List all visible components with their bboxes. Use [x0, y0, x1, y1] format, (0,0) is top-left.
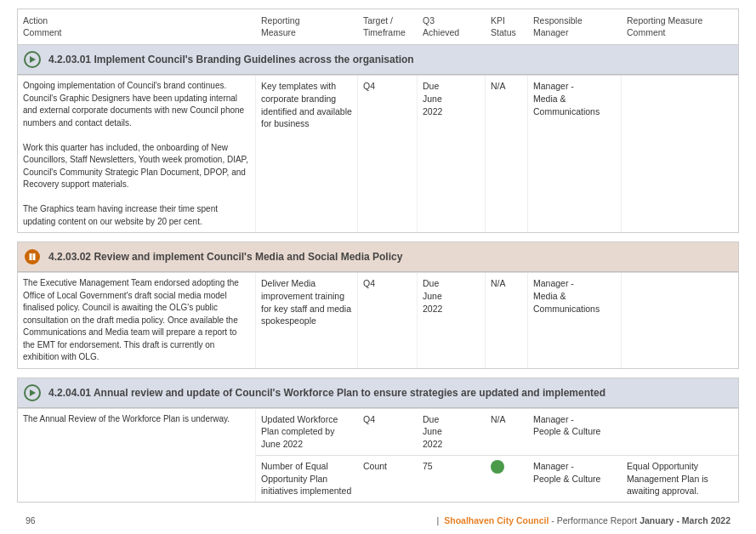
- measure-cell-1: Key templates with corporate branding id…: [256, 76, 358, 232]
- section-4-2-03-02: 4.2.03.02 Review and implement Council's…: [17, 241, 739, 369]
- sub-target-1: Q4: [358, 409, 418, 455]
- svg-rect-3: [30, 253, 32, 260]
- comment-cell-2: [622, 273, 732, 368]
- col-manager: ResponsibleManager: [528, 13, 622, 41]
- section-title-4-2-04-01: 4.2.04.01 Annual review and update of Co…: [48, 387, 733, 399]
- green-arrow-icon-2: [23, 383, 42, 402]
- section-title-4-2-03-02: 4.2.03.02 Review and implement Council's…: [48, 251, 733, 263]
- svg-point-2: [25, 249, 40, 264]
- section-4-2-04-01-content: The Annual Review of the Workforce Plan …: [18, 408, 738, 502]
- manager-cell-1: Manager -Media &Communications: [528, 76, 622, 232]
- sub-comment-1: [622, 409, 732, 455]
- page-number: 96: [26, 515, 36, 525]
- section-4-2-04-01: 4.2.04.01 Annual review and update of Co…: [17, 378, 739, 503]
- sub-achieved-1: DueJune2022: [418, 409, 486, 455]
- kpi-cell-2: N/A: [486, 273, 528, 368]
- section-header-4-2-03-02: 4.2.03.02 Review and implement Council's…: [18, 242, 738, 272]
- achieved-cell-1: DueJune2022: [418, 76, 486, 232]
- report-label: - Performance Report: [549, 515, 639, 525]
- kpi-dot-green: [491, 460, 504, 474]
- section-4-2-03-01: 4.2.03.01 Implement Council's Branding G…: [17, 44, 739, 233]
- date-range: January - March 2022: [639, 515, 730, 525]
- sub-row-2: Number of Equal Opportunity Plan initiat…: [256, 456, 738, 502]
- orange-pause-icon: [23, 247, 42, 266]
- action-cell-1: Ongoing implementation of Council's bran…: [18, 76, 256, 232]
- footer-separator: |: [437, 515, 440, 525]
- sub-achieved-2: 75: [418, 456, 486, 502]
- col-kpi: KPIStatus: [486, 13, 528, 41]
- measure-cell-2: Deliver Media improvement training for k…: [256, 273, 358, 368]
- sub-kpi-2: [486, 456, 528, 502]
- col-action: ActionComment: [18, 13, 256, 41]
- kpi-cell-1: N/A: [486, 76, 528, 232]
- section-header-4-2-03-01: 4.2.03.01 Implement Council's Branding G…: [18, 45, 738, 75]
- sub-comment-2: Equal Opportunity Management Plan is awa…: [622, 456, 732, 502]
- row-4-2-03-02-1: The Executive Management Team endorsed a…: [18, 272, 738, 368]
- sub-manager-1: Manager -People & Culture: [528, 409, 622, 455]
- action-cell-3: The Annual Review of the Workforce Plan …: [18, 409, 256, 502]
- footer-text: Shoalhaven City Council - Performance Re…: [444, 515, 730, 525]
- target-cell-2: Q4: [358, 273, 418, 368]
- sub-row-1: Updated Workforce Plan completed by June…: [256, 409, 738, 456]
- row-4-2-03-01-1: Ongoing implementation of Council's bran…: [18, 75, 738, 232]
- sub-measure-2: Number of Equal Opportunity Plan initiat…: [256, 456, 358, 502]
- col-reporting: ReportingMeasure: [256, 13, 358, 41]
- svg-marker-6: [30, 389, 36, 396]
- sub-measure-1: Updated Workforce Plan completed by June…: [256, 409, 358, 455]
- sub-manager-2: Manager -People & Culture: [528, 456, 622, 502]
- achieved-cell-2: DueJune2022: [418, 273, 486, 368]
- council-name: Shoalhaven City Council: [444, 515, 549, 525]
- sub-rows-container: Updated Workforce Plan completed by June…: [256, 409, 738, 502]
- table-header: ActionComment ReportingMeasure Target /T…: [17, 9, 739, 44]
- col-comment: Reporting MeasureComment: [622, 13, 732, 41]
- svg-marker-1: [30, 56, 36, 63]
- section-header-4-2-04-01: 4.2.04.01 Annual review and update of Co…: [18, 378, 738, 408]
- svg-rect-4: [33, 253, 36, 260]
- comment-cell-1: [622, 76, 732, 232]
- sub-kpi-1: N/A: [486, 409, 528, 455]
- green-arrow-icon: [23, 50, 42, 69]
- page-wrapper: ActionComment ReportingMeasure Target /T…: [0, 0, 756, 534]
- page-footer: 96 | Shoalhaven City Council - Performan…: [17, 515, 739, 525]
- col-q3: Q3Achieved: [418, 13, 486, 41]
- sub-target-2: Count: [358, 456, 418, 502]
- col-target: Target /Timeframe: [358, 13, 418, 41]
- section-title-4-2-03-01: 4.2.03.01 Implement Council's Branding G…: [48, 54, 733, 65]
- manager-cell-2: Manager -Media &Communications: [528, 273, 622, 368]
- target-cell-1: Q4: [358, 76, 418, 232]
- action-cell-2: The Executive Management Team endorsed a…: [18, 273, 256, 368]
